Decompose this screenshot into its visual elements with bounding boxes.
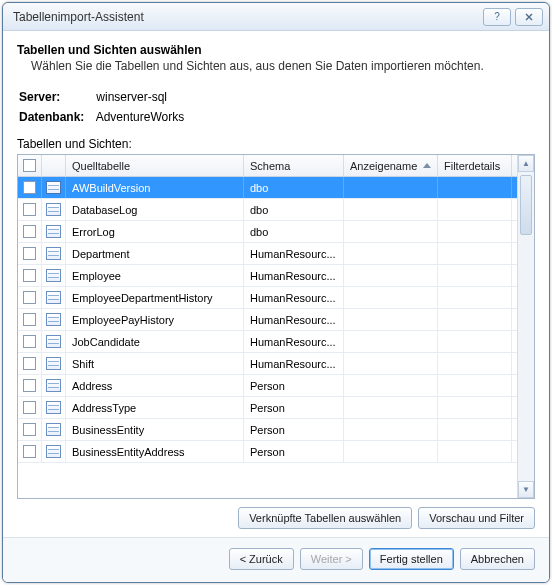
row-source: Shift [66, 353, 244, 374]
row-checkbox-cell[interactable] [18, 397, 42, 418]
import-wizard-dialog: Tabellenimport-Assistent ? Tabellen und … [2, 2, 550, 583]
row-checkbox[interactable] [23, 335, 36, 348]
title-bar: Tabellenimport-Assistent ? [3, 3, 549, 31]
scroll-up-icon[interactable]: ▲ [518, 155, 534, 172]
table-row[interactable]: BusinessEntityAddressPerson [18, 441, 517, 463]
table-icon [46, 225, 61, 238]
grid-body: AWBuildVersiondboDatabaseLogdboErrorLogd… [18, 177, 517, 498]
row-checkbox[interactable] [23, 225, 36, 238]
back-button[interactable]: < Zurück [229, 548, 294, 570]
row-checkbox[interactable] [23, 379, 36, 392]
row-filter [438, 397, 512, 418]
select-all-checkbox[interactable] [23, 159, 36, 172]
row-filter [438, 221, 512, 242]
header-schema[interactable]: Schema [244, 155, 344, 176]
header-display[interactable]: Anzeigename [344, 155, 438, 176]
table-icon [46, 357, 61, 370]
row-filter [438, 309, 512, 330]
row-schema: HumanResourc... [244, 287, 344, 308]
help-button[interactable]: ? [483, 8, 511, 26]
row-source: Department [66, 243, 244, 264]
row-checkbox-cell[interactable] [18, 419, 42, 440]
row-display [344, 397, 438, 418]
row-checkbox[interactable] [23, 423, 36, 436]
row-checkbox-cell[interactable] [18, 177, 42, 198]
table-row[interactable]: ShiftHumanResourc... [18, 353, 517, 375]
row-display [344, 331, 438, 352]
row-checkbox[interactable] [23, 291, 36, 304]
row-icon-cell [42, 441, 66, 462]
row-filter [438, 177, 512, 198]
header-icon-col [42, 155, 66, 176]
row-checkbox[interactable] [23, 203, 36, 216]
preview-filter-button[interactable]: Vorschau und Filter [418, 507, 535, 529]
row-icon-cell [42, 265, 66, 286]
table-row[interactable]: AddressPerson [18, 375, 517, 397]
row-display [344, 177, 438, 198]
vertical-scrollbar[interactable]: ▲ ▼ [517, 155, 534, 498]
row-checkbox-cell[interactable] [18, 287, 42, 308]
table-row[interactable]: BusinessEntityPerson [18, 419, 517, 441]
grid-label: Tabellen und Sichten: [17, 137, 535, 151]
row-icon-cell [42, 177, 66, 198]
database-row: Datenbank: AdventureWorks [19, 110, 535, 124]
row-checkbox[interactable] [23, 181, 36, 194]
table-row[interactable]: EmployeeHumanResourc... [18, 265, 517, 287]
row-checkbox[interactable] [23, 445, 36, 458]
close-button[interactable] [515, 8, 543, 26]
row-display [344, 375, 438, 396]
row-source: AWBuildVersion [66, 177, 244, 198]
row-checkbox[interactable] [23, 357, 36, 370]
row-schema: Person [244, 375, 344, 396]
row-checkbox-cell[interactable] [18, 265, 42, 286]
header-checkbox-col[interactable] [18, 155, 42, 176]
header-filter[interactable]: Filterdetails [438, 155, 512, 176]
row-checkbox-cell[interactable] [18, 309, 42, 330]
row-filter [438, 243, 512, 264]
finish-button[interactable]: Fertig stellen [369, 548, 454, 570]
table-icon [46, 291, 61, 304]
row-checkbox-cell[interactable] [18, 441, 42, 462]
select-related-button[interactable]: Verknüpfte Tabellen auswählen [238, 507, 412, 529]
table-row[interactable]: JobCandidateHumanResourc... [18, 331, 517, 353]
table-row[interactable]: EmployeePayHistoryHumanResourc... [18, 309, 517, 331]
scroll-down-icon[interactable]: ▼ [518, 481, 534, 498]
row-icon-cell [42, 221, 66, 242]
row-display [344, 309, 438, 330]
row-checkbox[interactable] [23, 269, 36, 282]
tables-grid: Quelltabelle Schema Anzeigename Filterde… [17, 154, 535, 499]
row-checkbox-cell[interactable] [18, 375, 42, 396]
row-display [344, 287, 438, 308]
scroll-thumb[interactable] [520, 175, 532, 235]
row-filter [438, 441, 512, 462]
row-schema: HumanResourc... [244, 353, 344, 374]
table-row[interactable]: AddressTypePerson [18, 397, 517, 419]
table-row[interactable]: DatabaseLogdbo [18, 199, 517, 221]
row-checkbox-cell[interactable] [18, 331, 42, 352]
table-row[interactable]: AWBuildVersiondbo [18, 177, 517, 199]
row-checkbox-cell[interactable] [18, 243, 42, 264]
table-icon [46, 401, 61, 414]
cancel-button[interactable]: Abbrechen [460, 548, 535, 570]
row-checkbox[interactable] [23, 313, 36, 326]
row-source: ErrorLog [66, 221, 244, 242]
row-icon-cell [42, 375, 66, 396]
row-checkbox-cell[interactable] [18, 199, 42, 220]
row-filter [438, 375, 512, 396]
row-checkbox[interactable] [23, 401, 36, 414]
row-checkbox-cell[interactable] [18, 353, 42, 374]
row-filter [438, 265, 512, 286]
header-source[interactable]: Quelltabelle [66, 155, 244, 176]
server-label: Server: [19, 90, 93, 104]
row-source: JobCandidate [66, 331, 244, 352]
row-checkbox[interactable] [23, 247, 36, 260]
row-checkbox-cell[interactable] [18, 221, 42, 242]
dialog-content: Tabellen und Sichten auswählen Wählen Si… [3, 31, 549, 537]
row-schema: dbo [244, 221, 344, 242]
window-title: Tabellenimport-Assistent [13, 10, 479, 24]
table-row[interactable]: EmployeeDepartmentHistoryHumanResourc... [18, 287, 517, 309]
row-icon-cell [42, 331, 66, 352]
table-row[interactable]: ErrorLogdbo [18, 221, 517, 243]
table-row[interactable]: DepartmentHumanResourc... [18, 243, 517, 265]
next-button[interactable]: Weiter > [300, 548, 363, 570]
